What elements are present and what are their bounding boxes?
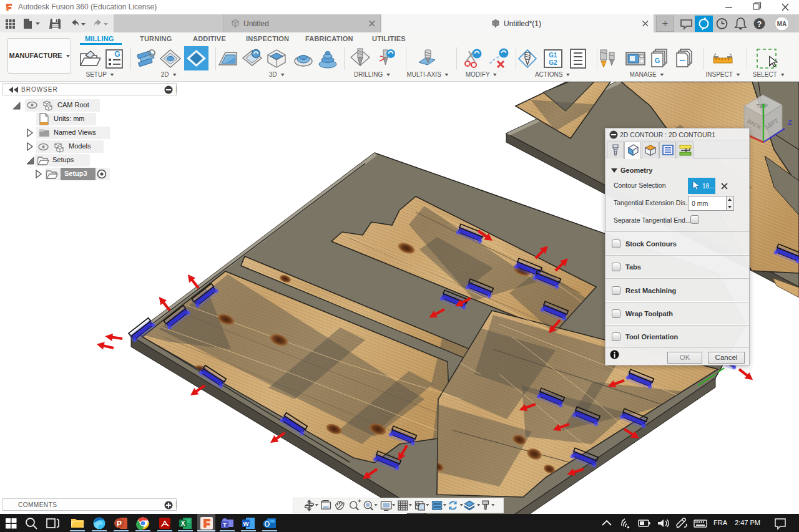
svg-text:P: P bbox=[117, 520, 122, 528]
svg-text:G: G bbox=[655, 57, 660, 64]
svg-text:G: G bbox=[114, 50, 120, 59]
svg-text:Z: Z bbox=[788, 118, 792, 126]
svg-text:W: W bbox=[243, 520, 249, 527]
svg-text:T: T bbox=[223, 522, 227, 528]
svg-text:X: X bbox=[181, 520, 185, 527]
svg-text:?: ? bbox=[757, 19, 762, 29]
svg-text:G1: G1 bbox=[549, 52, 557, 59]
svg-text:18...: 18... bbox=[702, 183, 714, 190]
svg-text:MA: MA bbox=[777, 21, 787, 27]
svg-text:G2: G2 bbox=[549, 59, 557, 66]
